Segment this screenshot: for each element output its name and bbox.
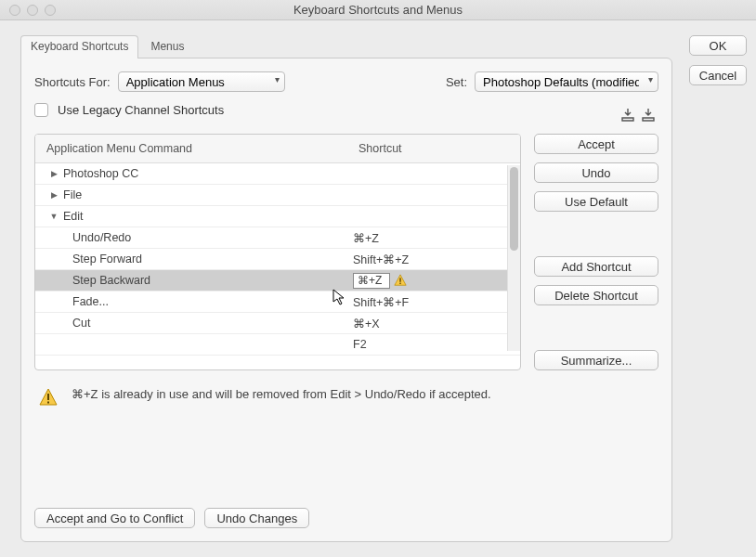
shortcut-input[interactable]: ⌘+Z [353, 273, 390, 289]
undo-changes-button[interactable]: Undo Changes [204, 508, 309, 528]
chevron-right-icon: ▶ [48, 169, 59, 178]
column-header-shortcut[interactable]: Shortcut [353, 135, 520, 162]
delete-shortcut-button[interactable]: Delete Shortcut [534, 285, 658, 305]
accept-button[interactable]: Accept [534, 134, 658, 154]
summarize-button[interactable]: Summarize... [534, 350, 658, 370]
scrollbar-thumb[interactable] [510, 167, 518, 251]
tree-item-undo-redo[interactable]: Undo/Redo ⌘+Z [35, 227, 520, 249]
tree-group-photoshop[interactable]: ▶Photoshop CC [35, 163, 520, 185]
tab-bar: Keyboard Shortcuts Menus [20, 35, 672, 58]
tree-item-step-backward[interactable]: Step Backward ⌘+Z [35, 270, 520, 291]
tree-item-blank[interactable]: F2 [35, 334, 520, 356]
set-label: Set: [446, 75, 467, 89]
warning-icon [394, 274, 407, 287]
add-shortcut-button[interactable]: Add Shortcut [534, 256, 658, 277]
tree-group-file[interactable]: ▶File [35, 185, 520, 206]
tree-item-fade[interactable]: Fade... Shift+⌘+F [35, 291, 520, 313]
undo-button[interactable]: Undo [534, 162, 658, 183]
ok-button[interactable]: OK [689, 35, 747, 56]
legacy-channel-label: Use Legacy Channel Shortcuts [58, 103, 224, 117]
shortcuts-table: Application Menu Command Shortcut ▶Photo… [34, 134, 521, 370]
tab-keyboard-shortcuts[interactable]: Keyboard Shortcuts [20, 35, 138, 58]
tree-group-edit[interactable]: ▼Edit [35, 206, 520, 227]
legacy-channel-checkbox[interactable] [34, 103, 48, 117]
tab-menus[interactable]: Menus [140, 35, 194, 58]
chevron-right-icon: ▶ [48, 190, 59, 200]
set-select[interactable]: Photoshop Defaults (modified) [475, 71, 658, 92]
scrollbar-track[interactable] [507, 165, 520, 351]
svg-rect-1 [399, 283, 400, 284]
tree-item-step-forward[interactable]: Step Forward Shift+⌘+Z [35, 249, 520, 270]
column-header-command[interactable]: Application Menu Command [35, 135, 353, 162]
save-set-as-icon[interactable] [638, 106, 658, 124]
svg-rect-3 [47, 402, 49, 404]
tab-panel: Shortcuts For: Application Menus Set: Ph… [20, 58, 672, 542]
save-set-icon[interactable] [618, 106, 638, 124]
titlebar: Keyboard Shortcuts and Menus [0, 0, 756, 20]
warning-icon [38, 387, 59, 408]
tree-item-cut[interactable]: Cut ⌘+X [35, 313, 520, 334]
svg-rect-2 [47, 394, 49, 400]
chevron-down-icon: ▼ [48, 212, 59, 221]
window-title: Keyboard Shortcuts and Menus [0, 3, 756, 17]
use-default-button[interactable]: Use Default [534, 191, 658, 212]
conflict-warning-text: ⌘+Z is already in use and will be remove… [72, 387, 491, 401]
cancel-button[interactable]: Cancel [689, 65, 747, 85]
shortcuts-for-label: Shortcuts For: [34, 75, 111, 89]
svg-rect-0 [399, 278, 400, 281]
accept-go-to-conflict-button[interactable]: Accept and Go to Conflict [34, 508, 195, 528]
shortcuts-for-select[interactable]: Application Menus [118, 71, 285, 92]
